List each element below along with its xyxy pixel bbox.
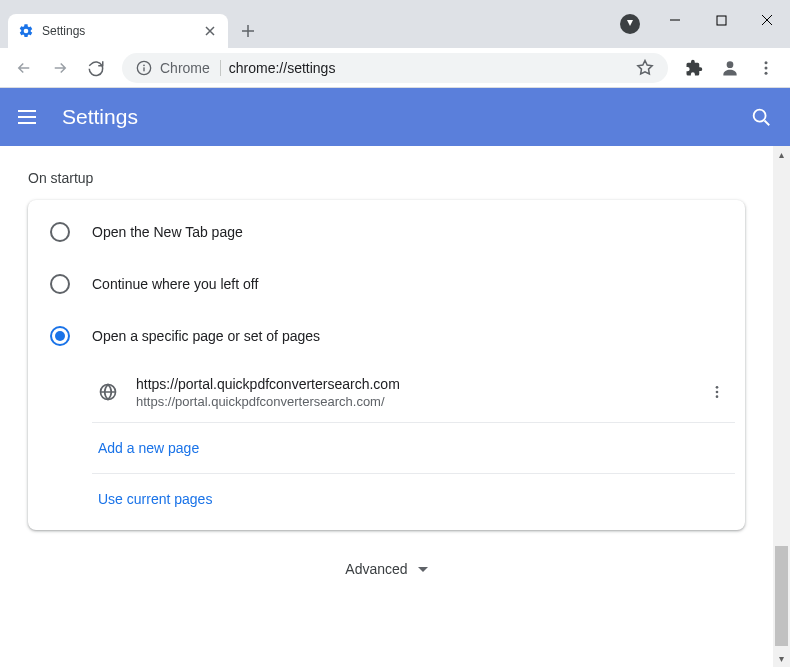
startup-page-title: https://portal.quickpdfconvertersearch.c…: [136, 376, 699, 392]
hamburger-menu-icon[interactable]: [18, 105, 42, 129]
radio-icon: [50, 274, 70, 294]
svg-point-12: [716, 395, 719, 398]
section-title: On startup: [28, 170, 745, 186]
settings-gear-icon: [18, 23, 34, 39]
startup-page-row: https://portal.quickpdfconvertersearch.c…: [92, 362, 735, 423]
svg-point-6: [765, 66, 768, 69]
back-button[interactable]: [8, 52, 40, 84]
new-tab-button[interactable]: [234, 17, 262, 45]
svg-point-10: [716, 386, 719, 389]
scroll-down-arrow-icon[interactable]: ▾: [773, 650, 790, 667]
profile-badge-icon[interactable]: [620, 14, 640, 34]
browser-tab[interactable]: Settings: [8, 14, 228, 48]
vertical-scrollbar[interactable]: ▴ ▾: [773, 146, 790, 667]
svg-point-2: [143, 64, 145, 66]
add-new-page-link[interactable]: Add a new page: [98, 440, 199, 456]
advanced-section: Advanced: [28, 530, 745, 588]
chevron-down-icon: [418, 567, 428, 572]
radio-label: Open a specific page or set of pages: [92, 328, 320, 344]
scroll-thumb[interactable]: [775, 546, 788, 646]
use-current-pages-link[interactable]: Use current pages: [98, 491, 212, 507]
settings-header: Settings: [0, 88, 790, 146]
page-actions-menu-icon[interactable]: [699, 374, 735, 410]
svg-point-7: [765, 71, 768, 74]
radio-label: Open the New Tab page: [92, 224, 243, 240]
radio-option-specific-pages[interactable]: Open a specific page or set of pages: [28, 310, 745, 362]
settings-content: On startup Open the New Tab page Continu…: [0, 146, 773, 667]
page-title: Settings: [62, 105, 138, 129]
startup-page-url: https://portal.quickpdfconvertersearch.c…: [136, 394, 699, 409]
globe-icon: [98, 382, 118, 402]
radio-option-continue[interactable]: Continue where you left off: [28, 258, 745, 310]
add-new-page-row[interactable]: Add a new page: [92, 423, 735, 474]
extensions-icon[interactable]: [678, 52, 710, 84]
svg-rect-0: [717, 16, 726, 25]
svg-point-5: [765, 61, 768, 64]
advanced-label: Advanced: [345, 561, 407, 577]
site-info-icon[interactable]: [136, 60, 152, 76]
chrome-menu-icon[interactable]: [750, 52, 782, 84]
svg-point-8: [754, 110, 766, 122]
forward-button[interactable]: [44, 52, 76, 84]
scroll-up-arrow-icon[interactable]: ▴: [773, 146, 790, 163]
browser-toolbar: Chrome chrome://settings: [0, 48, 790, 88]
omnibox-url: chrome://settings: [229, 60, 336, 76]
advanced-toggle-button[interactable]: Advanced: [345, 561, 427, 577]
close-window-button[interactable]: [744, 0, 790, 40]
maximize-button[interactable]: [698, 0, 744, 40]
address-bar[interactable]: Chrome chrome://settings: [122, 53, 668, 83]
radio-label: Continue where you left off: [92, 276, 258, 292]
bookmark-star-icon[interactable]: [636, 59, 654, 77]
window-controls: [652, 0, 790, 40]
svg-rect-3: [143, 67, 144, 71]
use-current-pages-row[interactable]: Use current pages: [92, 474, 735, 524]
search-icon[interactable]: [750, 106, 772, 128]
radio-icon: [50, 326, 70, 346]
profile-avatar-icon[interactable]: [714, 52, 746, 84]
startup-card: Open the New Tab page Continue where you…: [28, 200, 745, 530]
reload-button[interactable]: [80, 52, 112, 84]
tab-title: Settings: [42, 24, 194, 38]
window-titlebar: Settings: [0, 0, 790, 48]
radio-icon: [50, 222, 70, 242]
omnibox-origin: Chrome: [160, 60, 221, 76]
minimize-button[interactable]: [652, 0, 698, 40]
radio-option-new-tab[interactable]: Open the New Tab page: [28, 206, 745, 258]
svg-point-4: [727, 61, 734, 68]
close-icon[interactable]: [202, 23, 218, 39]
startup-pages-list: https://portal.quickpdfconvertersearch.c…: [92, 362, 735, 524]
svg-point-11: [716, 391, 719, 394]
